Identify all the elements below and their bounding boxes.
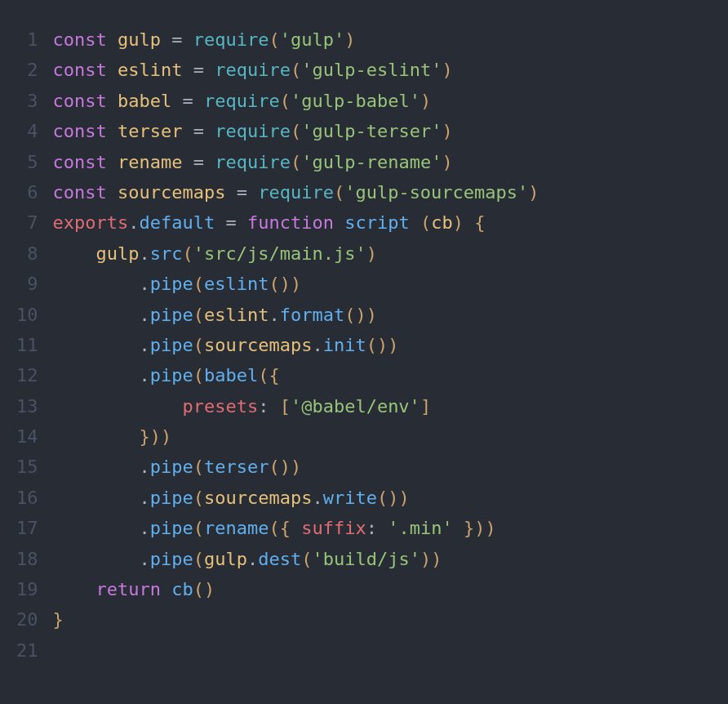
token-punct [269, 396, 279, 417]
token-paren: ) [366, 305, 377, 325]
token-paren: ) [431, 549, 442, 569]
code-content[interactable]: const gulp = require('gulp')const eslint… [53, 25, 539, 666]
token-punct [204, 152, 215, 172]
token-prop: suffix [301, 518, 366, 538]
token-paren: ) [474, 518, 485, 538]
token-punct [225, 182, 236, 203]
token-op: = [182, 91, 193, 111]
line-number: 8 [16, 238, 38, 269]
token-op: = [193, 152, 204, 172]
token-str: 'gulp-babel' [291, 91, 420, 111]
code-line[interactable]: .pipe(eslint()) [53, 269, 539, 299]
token-paren: } [139, 426, 149, 447]
code-line[interactable]: exports.default = function script (cb) { [53, 207, 539, 238]
token-paren: ( [193, 579, 204, 599]
token-punct: . [139, 518, 149, 538]
token-paren: } [53, 609, 64, 630]
token-call: pipe [150, 457, 193, 477]
token-punct [53, 426, 140, 447]
token-paren: ( [291, 152, 301, 172]
code-editor[interactable]: 123456789101112131415161718192021 const … [16, 25, 712, 666]
token-call: dest [258, 549, 301, 569]
token-paren: ( [269, 457, 279, 477]
token-punct [53, 243, 96, 264]
token-str: '@babel/env' [291, 396, 420, 417]
code-line[interactable]: } [53, 604, 539, 635]
line-number: 14 [16, 421, 38, 452]
token-fn: require [215, 152, 291, 172]
code-line[interactable]: .pipe(terser()) [53, 452, 539, 482]
token-punct [53, 274, 140, 294]
token-punct: . [139, 457, 149, 477]
token-punct [53, 335, 140, 355]
code-line[interactable]: .pipe(rename({ suffix: '.min' })) [53, 513, 539, 543]
code-line[interactable]: presets: ['@babel/env'] [53, 391, 539, 421]
token-paren: ) [420, 549, 431, 569]
code-line[interactable]: const gulp = require('gulp') [53, 25, 539, 55]
token-paren: ( [280, 91, 291, 111]
token-punct [204, 60, 215, 80]
token-punct: . [139, 549, 149, 569]
line-number: 13 [16, 391, 38, 421]
code-line[interactable]: .pipe(gulp.dest('build/js')) [53, 544, 539, 574]
token-paren: ) [366, 243, 377, 264]
line-number: 20 [16, 604, 38, 635]
token-prop: presets [182, 396, 258, 417]
token-call: terser [204, 457, 269, 477]
token-call: pipe [150, 518, 193, 538]
token-op: : [258, 396, 269, 417]
code-line[interactable]: })) [53, 421, 539, 452]
line-number: 11 [16, 330, 38, 360]
token-op: : [366, 518, 377, 538]
code-line[interactable]: .pipe(babel({ [53, 360, 539, 390]
token-punct [182, 152, 193, 172]
code-line[interactable]: gulp.src('src/js/main.js') [53, 238, 539, 269]
token-punct: . [139, 305, 149, 325]
token-punct [53, 518, 140, 538]
token-paren: ( [193, 305, 204, 325]
token-var: gulp [204, 549, 247, 569]
token-paren: ) [280, 457, 291, 477]
token-str: 'gulp' [280, 29, 344, 50]
token-paren: ( [269, 518, 279, 538]
code-line[interactable]: const terser = require('gulp-terser') [53, 116, 539, 146]
token-paren: ( [291, 60, 301, 80]
token-var: cb [431, 212, 453, 233]
token-paren: ) [291, 457, 301, 477]
token-punct [53, 488, 140, 508]
code-line[interactable]: return cb() [53, 574, 539, 604]
token-punct [377, 518, 388, 538]
token-punct: . [269, 305, 279, 325]
token-var: eslint [204, 305, 269, 325]
token-punct: . [139, 274, 149, 294]
token-punct [291, 518, 301, 538]
code-line[interactable]: const eslint = require('gulp-eslint') [53, 55, 539, 85]
token-op: = [171, 29, 182, 50]
token-str: 'gulp-terser' [301, 121, 442, 141]
line-number: 3 [16, 86, 38, 116]
line-number: 18 [16, 544, 38, 574]
token-var: eslint [118, 60, 182, 80]
token-paren: ) [420, 91, 431, 111]
token-punct [53, 549, 140, 569]
token-call: rename [204, 518, 269, 538]
token-paren: ( [420, 212, 431, 233]
token-punct [182, 29, 193, 50]
code-line[interactable]: .pipe(sourcemaps.init()) [53, 330, 539, 360]
token-punct [107, 60, 118, 80]
token-str: 'src/js/main.js' [193, 243, 366, 264]
code-line[interactable]: .pipe(eslint.format()) [53, 300, 539, 330]
code-line[interactable]: const sourcemaps = require('gulp-sourcem… [53, 177, 539, 207]
token-punct [53, 457, 140, 477]
token-paren: ) [161, 426, 171, 447]
token-op: = [225, 212, 236, 233]
token-paren: ) [204, 579, 215, 599]
token-fn: require [204, 91, 280, 111]
token-str: '.min' [388, 518, 452, 538]
code-line[interactable]: const babel = require('gulp-babel') [53, 86, 539, 116]
code-line[interactable]: const rename = require('gulp-rename') [53, 147, 539, 177]
token-call: script [344, 212, 409, 233]
token-paren: ( [193, 335, 204, 355]
token-kw: const [53, 152, 107, 172]
code-line[interactable]: .pipe(sourcemaps.write()) [53, 483, 539, 513]
